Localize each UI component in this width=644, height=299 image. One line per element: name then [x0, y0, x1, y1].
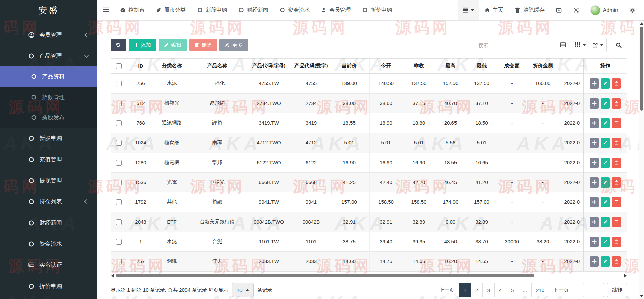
sidebar-item-ipo-subscribe[interactable]: 新股申购 — [0, 128, 97, 149]
page-size-dropdown[interactable]: 10 — [232, 283, 254, 297]
jump-page-input[interactable] — [583, 283, 604, 297]
scroll-down-arrow[interactable] — [640, 295, 643, 297]
edit-row-button[interactable] — [601, 158, 610, 168]
row-checkbox[interactable] — [116, 180, 122, 185]
delete-row-button[interactable] — [612, 138, 621, 148]
nav-item-user[interactable]: Admin — [585, 0, 624, 20]
export-dropdown-button[interactable] — [589, 38, 606, 52]
sidebar-item-withdraw-management[interactable]: 提现管理 — [0, 170, 97, 191]
search-input[interactable] — [474, 38, 551, 52]
scroll-up-arrow[interactable] — [640, 22, 643, 25]
nav-item-ipo-subscribe[interactable]: 新股申购 — [192, 0, 233, 20]
select-all-checkbox[interactable] — [116, 63, 122, 69]
page-next-button[interactable]: 下一页 — [549, 283, 573, 297]
edit-row-button[interactable] — [601, 78, 610, 89]
edit-row-button[interactable] — [601, 177, 610, 188]
sidebar-item-member-management[interactable]: 会员管理 — [0, 24, 97, 45]
scroll-right-arrow[interactable] — [624, 274, 627, 278]
move-row-button[interactable] — [590, 256, 599, 267]
refresh-button[interactable] — [111, 39, 126, 51]
sidebar-item-discount-subscribe[interactable]: 折价申购 — [0, 276, 97, 297]
delete-row-button[interactable] — [612, 237, 621, 247]
nav-menu-dropdown-button[interactable] — [458, 0, 479, 20]
edit-row-button[interactable] — [601, 118, 610, 128]
page-button-2[interactable]: 2 — [471, 283, 483, 297]
row-checkbox[interactable] — [116, 239, 122, 245]
page-ellipsis[interactable]: ... — [518, 283, 532, 297]
row-checkbox[interactable] — [116, 101, 122, 106]
sidebar-item-ipo-publish[interactable]: 新股发布 — [0, 107, 97, 128]
vertical-scrollbar-thumb[interactable] — [640, 27, 643, 111]
jump-button[interactable]: 跳转 — [607, 283, 627, 297]
page-button-1[interactable]: 1 — [459, 283, 471, 297]
nav-item-home[interactable]: 主页 — [479, 0, 509, 20]
sidebar-item-index-management[interactable]: 指数管理 — [0, 87, 97, 107]
sidebar-item-product-management[interactable]: 产品管理 — [0, 45, 97, 66]
cell-low: 37.10 — [467, 93, 497, 113]
columns-dropdown-button[interactable] — [572, 38, 589, 52]
page-prev-button[interactable]: 上一页 — [435, 283, 459, 297]
edit-row-button[interactable] — [601, 217, 610, 227]
sidebar-item-product-data[interactable]: 产品资料 — [0, 66, 97, 87]
page-button-3[interactable]: 3 — [483, 283, 494, 297]
delete-row-button[interactable] — [612, 78, 621, 89]
move-row-button[interactable] — [590, 78, 599, 89]
edit-button[interactable]: 编辑 — [159, 39, 187, 51]
move-row-button[interactable] — [590, 158, 599, 168]
move-row-button[interactable] — [590, 138, 599, 148]
page-button-4[interactable]: 4 — [495, 283, 506, 297]
nav-item-language[interactable]: A — [550, 0, 568, 20]
edit-row-button[interactable] — [601, 98, 610, 109]
move-row-button[interactable] — [590, 237, 599, 247]
nav-item-dashboard[interactable]: 控制台 — [114, 0, 150, 20]
row-checkbox[interactable] — [116, 81, 122, 86]
scroll-left-arrow[interactable] — [111, 274, 114, 278]
toggle-view-button[interactable] — [554, 38, 572, 52]
nav-item-stock-category[interactable]: 股市分类 — [150, 0, 192, 20]
page-button-210[interactable]: 210 — [532, 283, 549, 297]
sidebar-item-positions-list[interactable]: 持仓列表 — [0, 191, 97, 212]
nav-item-discount-subscribe[interactable]: 折价申购 — [357, 0, 398, 20]
row-checkbox[interactable] — [116, 160, 122, 166]
nav-item-member-management[interactable]: 会员管理 — [315, 0, 357, 20]
nav-item-finance-news[interactable]: 财经新闻 — [233, 0, 274, 20]
delete-row-button[interactable] — [612, 98, 621, 109]
sidebar-item-finance-news[interactable]: 财经新闻 — [0, 212, 97, 233]
row-checkbox[interactable] — [116, 140, 122, 146]
delete-row-button[interactable] — [612, 197, 621, 207]
move-row-button[interactable] — [590, 118, 599, 128]
move-row-button[interactable] — [590, 98, 599, 109]
delete-button[interactable]: 删除 — [189, 39, 217, 51]
horizontal-scrollbar-thumb[interactable] — [116, 274, 534, 277]
delete-row-button[interactable] — [612, 158, 621, 168]
row-checkbox[interactable] — [116, 199, 122, 205]
nav-item-fund-flow[interactable]: 资金流水 — [274, 0, 315, 20]
sidebar-item-label: 实名认证 — [39, 261, 62, 269]
move-row-button[interactable] — [590, 217, 599, 227]
row-checkbox[interactable] — [116, 259, 122, 264]
move-row-button[interactable] — [590, 197, 599, 207]
row-checkbox[interactable] — [116, 120, 122, 126]
nav-item-settings[interactable] — [624, 0, 644, 20]
edit-row-button[interactable] — [601, 256, 610, 267]
delete-row-button[interactable] — [612, 118, 621, 128]
delete-row-button[interactable] — [612, 256, 621, 267]
sidebar-item-identity-verify[interactable]: 实名认证 — [0, 254, 97, 276]
table-option-buttons — [554, 38, 607, 52]
nav-item-clear-cache[interactable]: 清除缓存 — [509, 0, 550, 20]
delete-row-button[interactable] — [612, 177, 621, 188]
move-row-button[interactable] — [590, 177, 599, 188]
sidebar-toggle-button[interactable] — [97, 0, 114, 20]
sidebar-item-fund-flow[interactable]: 资金流水 — [0, 233, 97, 254]
row-checkbox[interactable] — [116, 219, 122, 225]
add-button[interactable]: 添加 — [129, 39, 156, 51]
page-button-5[interactable]: 5 — [506, 283, 518, 297]
more-button[interactable]: 更多 — [219, 39, 248, 51]
search-button[interactable] — [610, 38, 627, 52]
sidebar-item-recharge-management[interactable]: 充值管理 — [0, 149, 97, 170]
nav-item-fullscreen[interactable] — [568, 0, 585, 20]
edit-row-button[interactable] — [601, 138, 610, 148]
edit-row-button[interactable] — [601, 197, 610, 207]
delete-row-button[interactable] — [612, 217, 621, 227]
edit-row-button[interactable] — [601, 237, 610, 247]
